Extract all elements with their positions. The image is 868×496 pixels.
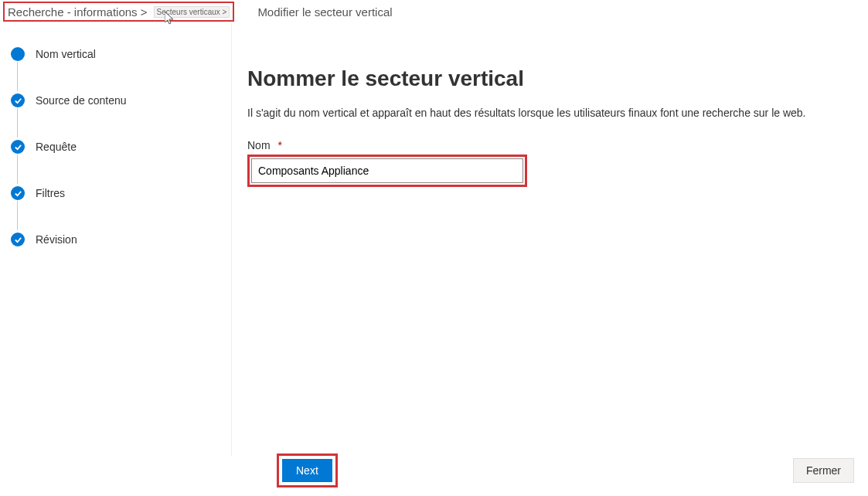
content-heading: Nommer le secteur vertical [247,66,853,91]
content-description: Il s'agit du nom vertical et apparaît en… [247,107,853,119]
step-source-contenu[interactable]: Source de contenu [11,91,220,110]
step-label: Filtres [36,187,65,199]
breadcrumb-item-verticals[interactable]: Secteurs verticaux > [154,6,230,18]
step-revision[interactable]: Révision [11,230,220,249]
step-connector [17,155,18,184]
breadcrumb-highlight: Recherche - informations > Secteurs vert… [3,2,234,22]
step-nom-vertical[interactable]: Nom vertical [11,45,220,63]
step-connector [17,62,18,91]
step-label: Requête [36,141,77,153]
page-title: Modifier le secteur vertical [257,5,392,19]
breadcrumb-item-search-info[interactable]: Recherche - informations > [8,5,148,19]
name-input[interactable] [251,158,523,183]
step-filtres[interactable]: Filtres [11,184,220,202]
required-marker: * [277,139,281,151]
step-label: Révision [36,233,77,246]
footer: Next Fermer [0,448,868,491]
name-label-text: Nom [247,139,271,151]
breadcrumb: Recherche - informations > Secteurs vert… [0,0,868,23]
step-requete[interactable]: Requête [11,138,220,156]
step-dot-check-icon [11,186,25,200]
step-connector [17,201,18,230]
step-dot-check-icon [11,140,25,154]
step-dot-check-icon [11,93,25,107]
step-label: Nom vertical [36,48,96,60]
step-dot-check-icon [11,233,25,246]
name-field-label: Nom * [247,139,853,151]
step-dot-current-icon [11,47,25,61]
wizard-steps: Nom vertical Source de contenu Requête F… [0,23,232,456]
close-button[interactable]: Fermer [793,458,854,483]
name-input-highlight [247,155,527,187]
step-connector [17,108,18,138]
next-button-highlight: Next [277,454,338,488]
next-button[interactable]: Next [282,459,332,482]
step-label: Source de contenu [36,94,127,107]
content-panel: Nommer le secteur vertical Il s'agit du … [232,23,868,456]
